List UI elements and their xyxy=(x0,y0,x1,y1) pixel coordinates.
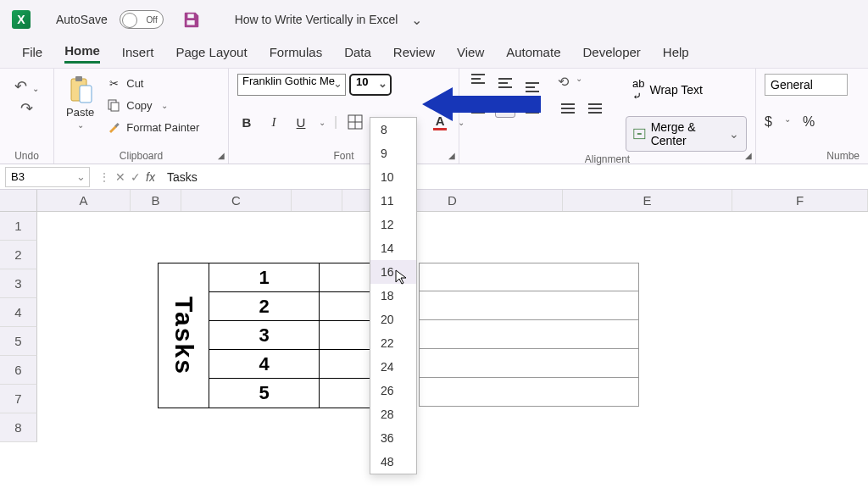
row-header[interactable]: 8 xyxy=(0,413,37,442)
wrap-text-button[interactable]: ab⤶Wrap Text xyxy=(626,74,747,106)
borders-button[interactable] xyxy=(346,113,364,131)
group-title-alignment: Alignment xyxy=(468,152,747,165)
format-painter-label: Format Painter xyxy=(126,121,199,134)
underline-button[interactable]: U xyxy=(292,113,310,131)
empty-cell[interactable] xyxy=(419,378,639,407)
size-option[interactable]: 11 xyxy=(370,189,416,213)
tab-home[interactable]: Home xyxy=(64,43,100,64)
redo-button[interactable]: ↷ xyxy=(20,99,33,118)
col-header[interactable]: B xyxy=(131,190,181,211)
empty-cell[interactable] xyxy=(419,263,639,291)
size-option[interactable]: 18 xyxy=(370,284,416,308)
decrease-indent-button[interactable] xyxy=(558,99,578,118)
size-option[interactable]: 8 xyxy=(370,118,416,141)
task-number-cell[interactable]: 4 xyxy=(209,350,320,379)
alignment-dialog-launcher[interactable]: ◢ xyxy=(745,151,752,160)
size-option[interactable]: 36 xyxy=(370,426,416,450)
row-header[interactable]: 2 xyxy=(0,241,37,269)
size-option[interactable]: 20 xyxy=(370,308,416,331)
font-dialog-launcher[interactable]: ◢ xyxy=(448,151,455,160)
font-size-select[interactable]: 10 xyxy=(349,74,392,96)
cut-button[interactable]: ✂Cut xyxy=(106,74,199,92)
italic-button[interactable]: I xyxy=(264,113,283,131)
cancel-formula-button[interactable]: ✕ xyxy=(115,170,125,184)
svg-rect-2 xyxy=(80,86,92,103)
tab-formulas[interactable]: Formulas xyxy=(270,45,323,63)
paste-button[interactable]: Paste ⌄ xyxy=(63,74,97,131)
tab-file[interactable]: File xyxy=(22,45,42,63)
row-header[interactable]: 5 xyxy=(0,327,37,356)
col-header[interactable]: A xyxy=(37,190,131,211)
undo-button[interactable]: ↶ ⌄ xyxy=(14,77,38,96)
merge-center-button[interactable]: Merge & Center⌄ xyxy=(626,116,747,152)
tasks-label-cell[interactable]: Tasks xyxy=(159,263,209,408)
tab-developer[interactable]: Developer xyxy=(582,45,640,63)
formula-input[interactable]: Tasks xyxy=(159,170,868,184)
spreadsheet-grid[interactable]: A B C D E F 1 2 3 4 5 6 7 8 Tasks xyxy=(0,190,868,488)
number-format-select[interactable]: General xyxy=(765,74,848,96)
currency-button[interactable]: $ xyxy=(765,114,772,130)
size-option[interactable]: 28 xyxy=(370,402,416,426)
row-header[interactable]: 6 xyxy=(0,356,37,385)
empty-cell[interactable] xyxy=(320,263,370,292)
size-option[interactable]: 26 xyxy=(370,379,416,402)
select-all-corner[interactable] xyxy=(0,190,37,211)
right-empty-table xyxy=(419,263,639,407)
empty-cell[interactable] xyxy=(320,292,370,321)
empty-cell[interactable] xyxy=(320,379,370,408)
mouse-cursor-icon xyxy=(394,269,411,286)
row-header[interactable]: 3 xyxy=(0,269,37,298)
col-header[interactable] xyxy=(292,190,342,211)
size-option[interactable]: 10 xyxy=(370,165,416,189)
svg-marker-11 xyxy=(422,87,541,121)
autosave-toggle[interactable]: Off xyxy=(120,10,164,29)
fx-button[interactable]: fx xyxy=(146,170,155,184)
tab-insert[interactable]: Insert xyxy=(122,45,154,63)
format-painter-button[interactable]: Format Painter xyxy=(106,118,199,136)
task-number-cell[interactable]: 3 xyxy=(209,321,320,350)
group-title-undo: Undo xyxy=(8,148,45,162)
orientation-button[interactable]: ⟲ xyxy=(558,74,569,92)
tab-help[interactable]: Help xyxy=(663,45,689,63)
size-option[interactable]: 48 xyxy=(370,450,416,474)
tab-review[interactable]: Review xyxy=(393,45,435,63)
col-header[interactable]: E xyxy=(563,190,732,211)
size-option[interactable]: 22 xyxy=(370,331,416,355)
size-option[interactable]: 24 xyxy=(370,355,416,379)
empty-cell[interactable] xyxy=(419,349,639,378)
paintbrush-icon xyxy=(106,119,121,135)
empty-cell[interactable] xyxy=(419,320,639,349)
size-option[interactable]: 14 xyxy=(370,236,416,260)
task-number-cell[interactable]: 1 xyxy=(209,263,320,292)
document-title[interactable]: How to Write Vertically in Excel xyxy=(235,13,398,26)
col-header[interactable]: F xyxy=(732,190,868,211)
cut-label: Cut xyxy=(126,77,143,90)
tab-automate[interactable]: Automate xyxy=(506,45,560,63)
name-box[interactable]: B3 xyxy=(5,167,90,187)
row-header[interactable]: 7 xyxy=(0,385,37,413)
tab-page-layout[interactable]: Page Layout xyxy=(175,45,247,63)
size-option[interactable]: 9 xyxy=(370,141,416,165)
font-name-select[interactable]: Franklin Gothic Me xyxy=(237,74,346,96)
tab-data[interactable]: Data xyxy=(344,45,371,63)
bold-button[interactable]: B xyxy=(237,113,256,131)
task-number-cell[interactable]: 2 xyxy=(209,292,320,321)
paste-label: Paste xyxy=(66,106,94,119)
font-size-dropdown[interactable]: 8 9 10 11 12 14 16 18 20 22 24 26 28 36 … xyxy=(370,117,417,474)
copy-button[interactable]: Copy⌄ xyxy=(106,96,199,114)
percent-button[interactable]: % xyxy=(803,114,815,130)
increase-indent-button[interactable] xyxy=(585,99,605,118)
save-icon[interactable] xyxy=(182,10,201,29)
accept-formula-button[interactable]: ✓ xyxy=(131,170,141,184)
row-header[interactable]: 4 xyxy=(0,298,37,327)
col-header[interactable]: C xyxy=(181,190,292,211)
empty-cell[interactable] xyxy=(320,321,370,350)
row-header[interactable]: 1 xyxy=(0,212,37,241)
empty-cell[interactable] xyxy=(320,350,370,379)
title-chevron-icon[interactable]: ⌄ xyxy=(411,12,422,28)
task-number-cell[interactable]: 5 xyxy=(209,379,320,408)
size-option[interactable]: 12 xyxy=(370,213,416,236)
clipboard-dialog-launcher[interactable]: ◢ xyxy=(218,151,225,160)
empty-cell[interactable] xyxy=(419,291,639,320)
tab-view[interactable]: View xyxy=(457,45,484,63)
